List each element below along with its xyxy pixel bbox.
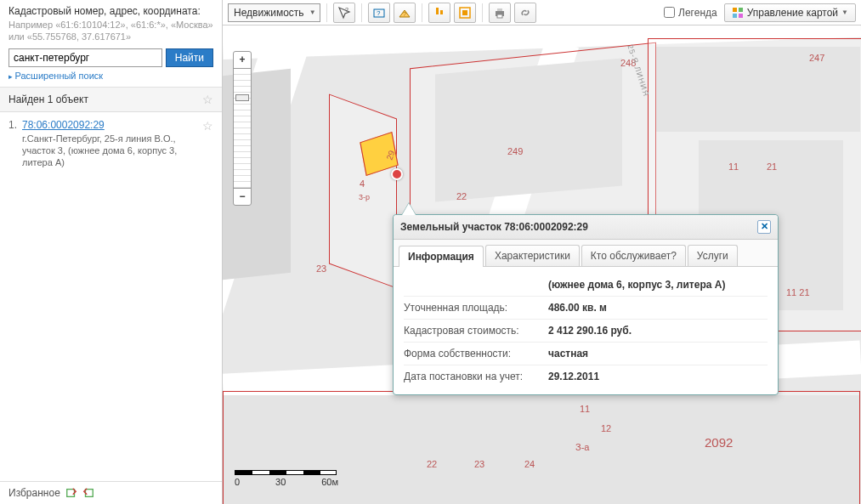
map-canvas[interactable]: 29 248 247 249 22 23 11 21 11 21 2092 24… bbox=[223, 25, 861, 504]
info-label: Дата постановки на учет: bbox=[404, 371, 548, 382]
svg-rect-12 bbox=[497, 14, 502, 18]
identify-button[interactable]: ? bbox=[333, 3, 355, 23]
parcel-label: 23 bbox=[316, 263, 326, 274]
measure-length-button[interactable] bbox=[428, 3, 450, 23]
info-label: Форма собственности: bbox=[404, 348, 548, 360]
svg-rect-14 bbox=[739, 8, 743, 12]
scale-end: 60м bbox=[321, 477, 338, 487]
parcel-label: 249 bbox=[507, 146, 523, 156]
parcel-label: 11 bbox=[580, 404, 590, 414]
block-label: 2092 bbox=[705, 435, 733, 450]
zoom-control: + − bbox=[233, 51, 252, 206]
parcel-label: 11 21 bbox=[786, 287, 810, 297]
favorite-all-icon[interactable]: ☆ bbox=[202, 93, 213, 106]
result-number: 1. bbox=[8, 119, 17, 169]
info-popup: Земельный участок 78:06:0002092:29 ✕ Инф… bbox=[393, 214, 779, 395]
parcel-label: 23 bbox=[474, 459, 484, 469]
zoom-slider[interactable] bbox=[234, 69, 251, 188]
legend-toggle[interactable]: Легенда bbox=[664, 7, 717, 19]
popup-title: Земельный участок 78:06:0002092:29 bbox=[400, 221, 588, 233]
result-link[interactable]: 78:06:0002092:29 bbox=[22, 119, 105, 131]
close-icon[interactable]: ✕ bbox=[757, 220, 771, 234]
svg-rect-7 bbox=[440, 10, 443, 14]
info-label: Уточненная площадь: bbox=[404, 302, 548, 314]
result-item: 1. 78:06:0002092:29 г.Санкт-Петербург, 2… bbox=[0, 112, 222, 176]
export-icon[interactable] bbox=[65, 487, 77, 499]
svg-rect-13 bbox=[733, 8, 737, 12]
favorites-bar: Избранное bbox=[0, 481, 222, 504]
svg-rect-9 bbox=[462, 10, 467, 15]
parcel-label: 11 bbox=[728, 161, 739, 172]
print-button[interactable] bbox=[489, 3, 511, 23]
map-control-button[interactable]: Управление картой ▼ bbox=[724, 3, 856, 22]
results-count: Найден 1 объект bbox=[8, 93, 88, 105]
search-hint: Например «61:6:10104:12», «61:6:*», «Мос… bbox=[8, 19, 213, 43]
svg-text:?: ? bbox=[345, 7, 348, 13]
svg-text:?: ? bbox=[377, 9, 381, 17]
parcel-label: З-а bbox=[575, 442, 589, 452]
search-title: Кадастровый номер, адрес, координата: bbox=[8, 5, 213, 17]
parcel-label: 21 bbox=[767, 161, 777, 172]
sidebar: Кадастровый номер, адрес, координата: На… bbox=[0, 0, 223, 504]
legend-checkbox[interactable] bbox=[664, 7, 675, 18]
help-button[interactable]: ? bbox=[394, 3, 416, 23]
svg-rect-6 bbox=[436, 8, 439, 14]
scale-mid: 30 bbox=[275, 477, 286, 487]
scale-0: 0 bbox=[235, 477, 240, 487]
tab-info[interactable]: Информация bbox=[399, 246, 484, 267]
search-block: Кадастровый номер, адрес, координата: На… bbox=[0, 0, 222, 88]
svg-text:?: ? bbox=[403, 11, 406, 17]
parcel-label: 12 bbox=[601, 423, 611, 433]
info-label: Кадастровая стоимость: bbox=[404, 325, 548, 337]
parcel-label: 247 bbox=[809, 53, 824, 63]
svg-rect-16 bbox=[739, 14, 743, 18]
info-value: 2 412 290.16 руб. bbox=[548, 325, 768, 337]
info-value: 486.00 кв. м bbox=[548, 302, 768, 314]
map-marker[interactable] bbox=[391, 168, 403, 180]
main: Недвижимость ? ? ? Легенда Управление ка… bbox=[223, 0, 861, 504]
svg-rect-11 bbox=[497, 8, 502, 11]
parcel-label: 3-р bbox=[359, 193, 370, 201]
favorites-label: Избранное bbox=[8, 487, 60, 499]
legend-label: Легенда bbox=[678, 7, 717, 19]
parcel-label: 22 bbox=[456, 191, 467, 201]
toolbar: Недвижимость ? ? ? Легенда Управление ка… bbox=[223, 0, 861, 25]
tab-services[interactable]: Услуги bbox=[688, 245, 738, 266]
parcel-label: 24 bbox=[524, 459, 535, 469]
advanced-search-link[interactable]: Расширенный поиск bbox=[8, 71, 103, 81]
search-input[interactable] bbox=[8, 48, 162, 67]
svg-rect-1 bbox=[85, 490, 93, 497]
tab-characteristics[interactable]: Характеристики bbox=[485, 245, 580, 266]
search-button[interactable]: Найти bbox=[166, 48, 213, 67]
results-header: Найден 1 объект ☆ bbox=[0, 88, 222, 112]
popup-address: (южнее дома 6, корпус 3, литера А) bbox=[548, 279, 768, 291]
zoom-thumb[interactable] bbox=[235, 94, 249, 101]
map-control-label: Управление картой bbox=[747, 7, 838, 19]
info-value: частная bbox=[548, 348, 768, 360]
import-icon[interactable] bbox=[82, 487, 94, 499]
result-address: г.Санкт-Петербург, 25-я линия В.О., учас… bbox=[22, 133, 197, 169]
measure-area-button[interactable] bbox=[454, 3, 476, 23]
tab-service[interactable]: Кто обслуживает? bbox=[581, 245, 686, 266]
info-button[interactable]: ? bbox=[368, 3, 390, 23]
link-button[interactable] bbox=[514, 3, 536, 23]
grid-icon bbox=[732, 7, 744, 19]
chevron-down-icon: ▼ bbox=[841, 8, 848, 16]
zoom-in-button[interactable]: + bbox=[234, 52, 251, 69]
favorite-item-icon[interactable]: ☆ bbox=[202, 119, 213, 169]
parcel-label: 4 bbox=[360, 178, 365, 189]
layer-dropdown[interactable]: Недвижимость bbox=[228, 3, 320, 22]
zoom-out-button[interactable]: − bbox=[234, 188, 251, 205]
scale-bar: 0 30 60м bbox=[235, 470, 338, 487]
info-value: 29.12.2011 bbox=[548, 371, 768, 382]
svg-rect-15 bbox=[733, 14, 737, 18]
svg-rect-0 bbox=[67, 490, 75, 497]
parcel-label: 22 bbox=[427, 459, 437, 469]
